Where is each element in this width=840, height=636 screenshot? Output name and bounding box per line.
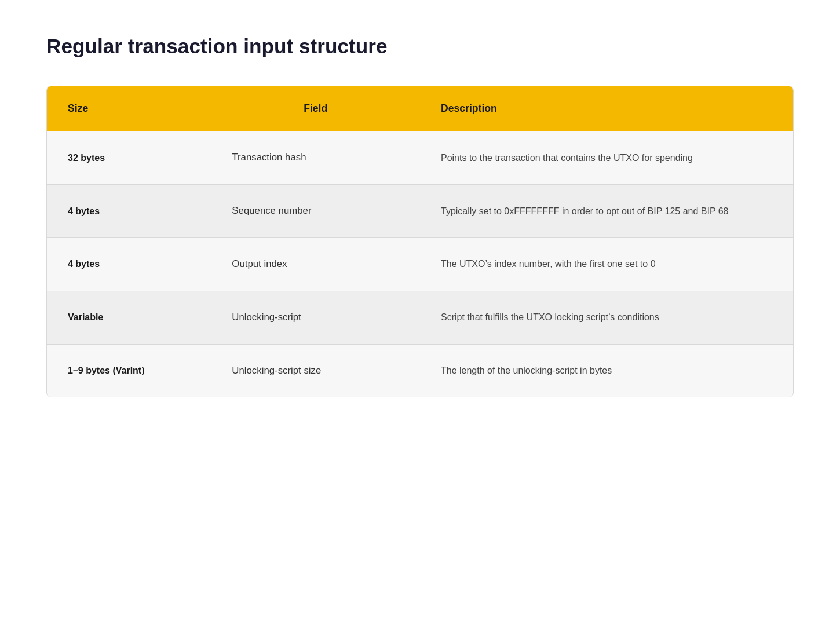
cell-description: The length of the unlocking-script in by… bbox=[420, 344, 793, 397]
cell-description: Script that fulfills the UTXO locking sc… bbox=[420, 291, 793, 344]
cell-field: Unlocking-script size bbox=[211, 344, 420, 397]
cell-size: 1–9 bytes (VarInt) bbox=[47, 344, 211, 397]
cell-field: Sequence number bbox=[211, 184, 420, 237]
table-row: 32 bytesTransaction hashPoints to the tr… bbox=[47, 131, 793, 185]
cell-field: Unlocking-script bbox=[211, 291, 420, 344]
cell-description: The UTXO’s index number, with the first … bbox=[420, 237, 793, 291]
cell-size: 4 bytes bbox=[47, 237, 211, 291]
table-row: 4 bytesOutput indexThe UTXO’s index numb… bbox=[47, 237, 793, 291]
header-field: Field bbox=[211, 86, 420, 131]
header-size: Size bbox=[47, 86, 211, 131]
cell-field: Output index bbox=[211, 237, 420, 291]
table-header-row: Size Field Description bbox=[47, 86, 793, 131]
cell-size: Variable bbox=[47, 291, 211, 344]
cell-description: Points to the transaction that contains … bbox=[420, 131, 793, 185]
cell-size: 4 bytes bbox=[47, 184, 211, 237]
table-row: 4 bytesSequence numberTypically set to 0… bbox=[47, 184, 793, 237]
page-title: Regular transaction input structure bbox=[46, 35, 794, 58]
table-row: 1–9 bytes (VarInt)Unlocking-script sizeT… bbox=[47, 344, 793, 397]
cell-size: 32 bytes bbox=[47, 131, 211, 185]
cell-field: Transaction hash bbox=[211, 131, 420, 185]
cell-description: Typically set to 0xFFFFFFFF in order to … bbox=[420, 184, 793, 237]
header-description: Description bbox=[420, 86, 793, 131]
transaction-table: Size Field Description 32 bytesTransacti… bbox=[46, 86, 794, 397]
table-row: VariableUnlocking-scriptScript that fulf… bbox=[47, 291, 793, 344]
